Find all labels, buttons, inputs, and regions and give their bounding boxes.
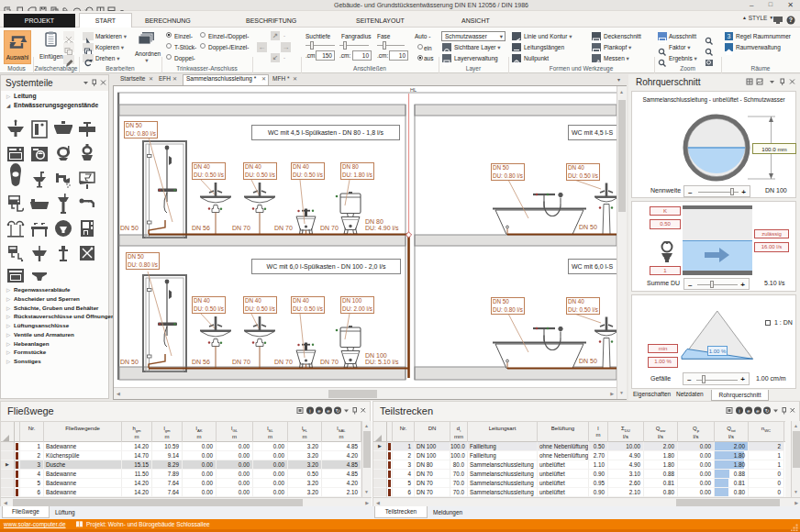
svg-text:i: i <box>309 408 310 414</box>
svg-text:↻: ↻ <box>335 408 339 414</box>
svg-text:i: i <box>739 408 739 414</box>
svg-text:↻: ↻ <box>764 408 769 414</box>
svg-text:HL: HL <box>410 87 417 93</box>
svg-text:?: ? <box>789 17 793 23</box>
